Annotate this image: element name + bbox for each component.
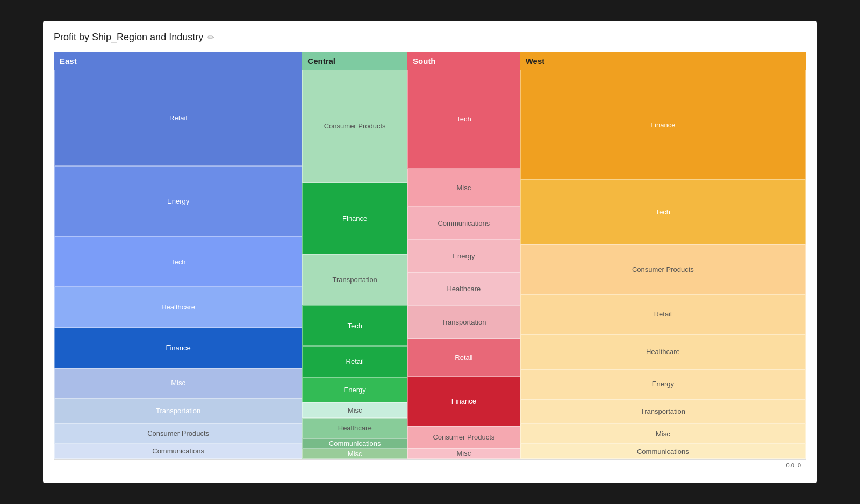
tile-south-4[interactable]: Healthcare: [407, 272, 520, 305]
tile-east-4[interactable]: Finance: [54, 328, 302, 368]
tile-south-1[interactable]: Misc: [407, 169, 520, 207]
tile-east-2[interactable]: Tech: [54, 236, 302, 287]
tile-south-5[interactable]: Transportation: [407, 305, 520, 338]
tile-south-2[interactable]: Communications: [407, 207, 520, 240]
tile-west-4[interactable]: Healthcare: [520, 334, 806, 369]
tile-east-0[interactable]: Retail: [54, 70, 302, 166]
tile-west-2[interactable]: Consumer Products: [520, 244, 806, 294]
tile-central-1[interactable]: Finance: [302, 183, 407, 254]
edit-icon[interactable]: ✏: [207, 32, 214, 42]
tile-central-5[interactable]: Energy: [302, 377, 407, 403]
tile-east-1[interactable]: Energy: [54, 166, 302, 237]
tile-south-3[interactable]: Energy: [407, 240, 520, 272]
tile-south-7[interactable]: Finance: [407, 377, 520, 426]
tile-central-3[interactable]: Tech: [302, 305, 407, 346]
region-body-central: Consumer ProductsFinanceTransportationTe…: [302, 70, 407, 459]
region-header-central: Central: [302, 52, 407, 70]
tile-south-8[interactable]: Consumer Products: [407, 426, 520, 448]
title-bar: Profit by Ship_Region and Industry ✏: [54, 32, 806, 43]
region-col-east: EastRetailEnergyTechHealthcareFinanceMis…: [54, 52, 302, 459]
axis-labels: 0.0 0: [54, 460, 806, 469]
tile-west-6[interactable]: Transportation: [520, 399, 806, 424]
tile-west-0[interactable]: Finance: [520, 70, 806, 179]
tile-west-5[interactable]: Energy: [520, 369, 806, 399]
treemap-container: EastRetailEnergyTechHealthcareFinanceMis…: [54, 52, 806, 460]
tile-west-8[interactable]: Communications: [520, 444, 806, 459]
tile-south-6[interactable]: Retail: [407, 339, 520, 377]
region-col-central: CentralConsumer ProductsFinanceTransport…: [302, 52, 407, 459]
tile-east-6[interactable]: Transportation: [54, 398, 302, 423]
tile-south-0[interactable]: Tech: [407, 70, 520, 169]
tile-south-9[interactable]: Misc: [407, 448, 520, 459]
tile-central-7[interactable]: Healthcare: [302, 418, 407, 438]
chart-title: Profit by Ship_Region and Industry: [54, 32, 203, 43]
tile-central-9[interactable]: Misc: [302, 449, 407, 459]
region-body-south: TechMiscCommunicationsEnergyHealthcareTr…: [407, 70, 520, 459]
region-body-east: RetailEnergyTechHealthcareFinanceMiscTra…: [54, 70, 302, 459]
tile-west-3[interactable]: Retail: [520, 294, 806, 334]
tile-west-7[interactable]: Misc: [520, 424, 806, 444]
region-body-west: FinanceTechConsumer ProductsRetailHealth…: [520, 70, 806, 459]
region-col-west: WestFinanceTechConsumer ProductsRetailHe…: [520, 52, 806, 459]
tile-west-1[interactable]: Tech: [520, 179, 806, 244]
region-header-east: East: [54, 52, 302, 70]
tile-east-7[interactable]: Consumer Products: [54, 423, 302, 444]
tile-east-8[interactable]: Communications: [54, 444, 302, 459]
tile-east-5[interactable]: Misc: [54, 368, 302, 398]
tile-central-8[interactable]: Communications: [302, 438, 407, 449]
region-col-south: SouthTechMiscCommunicationsEnergyHealthc…: [407, 52, 520, 459]
axis-label-1: 0.0: [786, 462, 794, 469]
chart-card: Profit by Ship_Region and Industry ✏ Eas…: [43, 21, 817, 483]
tile-central-0[interactable]: Consumer Products: [302, 70, 407, 183]
axis-label-2: 0: [798, 462, 801, 469]
tile-east-3[interactable]: Healthcare: [54, 287, 302, 327]
tile-central-2[interactable]: Transportation: [302, 254, 407, 305]
region-header-south: South: [407, 52, 520, 70]
region-header-west: West: [520, 52, 806, 70]
tile-central-6[interactable]: Misc: [302, 402, 407, 418]
tile-central-4[interactable]: Retail: [302, 346, 407, 377]
